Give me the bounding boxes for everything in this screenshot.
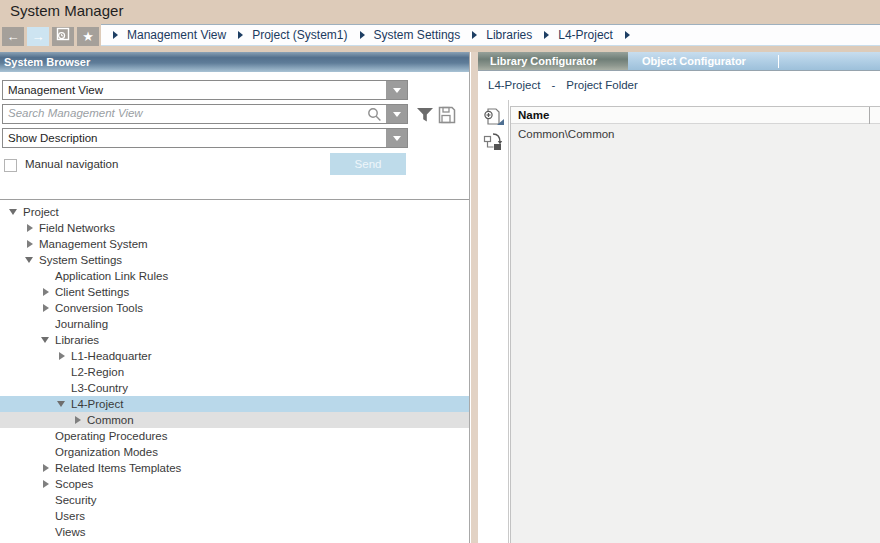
tree-indent-spacer [41, 428, 53, 444]
column-header-name[interactable]: Name [511, 107, 880, 124]
list-body: Common\Common [511, 124, 880, 140]
tree-item-operating-procedures[interactable]: Operating Procedures [0, 428, 469, 444]
column-divider[interactable] [869, 107, 870, 124]
tree-item-l2-region[interactable]: L2-Region [0, 364, 469, 380]
expand-icon[interactable] [41, 284, 53, 300]
breadcrumb-item-project-system1[interactable]: Project (System1) [252, 28, 347, 42]
selected-object-type: Project Folder [566, 79, 638, 91]
tree-item-security[interactable]: Security [0, 492, 469, 508]
tree-item-l3-country[interactable]: L3-Country [0, 380, 469, 396]
manual-navigation-label: Manual navigation [25, 158, 118, 170]
tree: ProjectField NetworksManagement SystemSy… [0, 204, 469, 540]
tree-item-libraries[interactable]: Libraries [0, 332, 469, 348]
expand-icon[interactable] [25, 220, 37, 236]
tree-item-label: Common [87, 414, 134, 426]
tree-item-label: Journaling [55, 318, 108, 330]
tree-indent-spacer [41, 316, 53, 332]
back-arrow-icon: ← [7, 29, 20, 44]
display-selector-dropdown[interactable]: Show Description [2, 128, 408, 148]
tree-item-label: Libraries [55, 334, 99, 346]
insert-library-button[interactable] [482, 107, 506, 129]
tree-item-related-items-templates[interactable]: Related Items Templates [0, 460, 469, 476]
forward-button[interactable]: → [27, 27, 49, 46]
list-item-common-common[interactable]: Common\Common [511, 124, 880, 140]
tree-item-l1-headquarter[interactable]: L1-Headquarter [0, 348, 469, 364]
tree-item-scopes[interactable]: Scopes [0, 476, 469, 492]
view-selector-arrow-button[interactable] [386, 81, 407, 99]
breadcrumb-item-l4-project[interactable]: L4-Project [558, 28, 613, 42]
tree-indent-spacer [57, 364, 69, 380]
breadcrumb-item-libraries[interactable]: Libraries [486, 28, 532, 42]
collapse-icon[interactable] [9, 204, 21, 220]
search-input[interactable]: Search Management View [2, 104, 408, 124]
tab-separator [778, 55, 779, 68]
new-library-icon [483, 107, 505, 127]
tree-item-label: Client Settings [55, 286, 129, 298]
selected-object-name: L4-Project [488, 79, 540, 91]
tree-item-label: L4-Project [71, 398, 123, 410]
favorites-button[interactable]: ★ [77, 27, 99, 46]
collapse-icon[interactable] [25, 252, 37, 268]
breadcrumb-arrow-icon [238, 31, 243, 39]
collapse-icon[interactable] [57, 396, 69, 412]
tree-item-label: Users [55, 510, 85, 522]
history-icon [56, 27, 70, 41]
tree-item-management-system[interactable]: Management System [0, 236, 469, 252]
title-bar: System Manager [0, 0, 880, 24]
tree-item-label: Project [23, 206, 59, 218]
tree-item-users[interactable]: Users [0, 508, 469, 524]
search-icon[interactable] [367, 107, 382, 122]
filter-button[interactable] [416, 107, 434, 126]
search-options-arrow-button[interactable] [386, 105, 407, 123]
tree-item-conversion-tools[interactable]: Conversion Tools [0, 300, 469, 316]
expand-icon[interactable] [41, 300, 53, 316]
tab-object-configurator[interactable]: Object Configurator [630, 52, 777, 70]
tree-item-label: L2-Region [71, 366, 124, 378]
history-button[interactable] [52, 27, 74, 46]
tree-item-system-settings[interactable]: System Settings [0, 252, 469, 268]
save-search-button[interactable] [438, 106, 456, 127]
expand-icon[interactable] [41, 476, 53, 492]
tree-item-views[interactable]: Views [0, 524, 469, 540]
panel-gap [471, 52, 478, 543]
tree-item-field-networks[interactable]: Field Networks [0, 220, 469, 236]
tree-item-application-link-rules[interactable]: Application Link Rules [0, 268, 469, 284]
tree-item-l4-project[interactable]: L4-Project [0, 396, 469, 412]
tree-item-label: L1-Headquarter [71, 350, 152, 362]
tree-item-label: Management System [39, 238, 148, 250]
save-icon [438, 106, 456, 124]
system-browser-panel: System Browser Management View Search Ma… [0, 52, 470, 543]
send-button[interactable]: Send [330, 153, 406, 175]
display-selector-value: Show Description [8, 132, 97, 144]
assign-structure-button[interactable] [482, 132, 506, 154]
tree-indent-spacer [41, 444, 53, 460]
tree-item-label: Security [55, 494, 97, 506]
star-icon: ★ [82, 29, 94, 44]
tree-item-organization-modes[interactable]: Organization Modes [0, 444, 469, 460]
tree-item-client-settings[interactable]: Client Settings [0, 284, 469, 300]
expand-icon[interactable] [25, 236, 37, 252]
collapse-icon[interactable] [41, 332, 53, 348]
tree-item-label: L3-Country [71, 382, 128, 394]
breadcrumb-item-management-view[interactable]: Management View [127, 28, 226, 42]
tree-item-label: Field Networks [39, 222, 115, 234]
tree-item-label: Views [55, 526, 85, 538]
manual-navigation-checkbox[interactable] [4, 159, 17, 172]
expand-icon[interactable] [57, 348, 69, 364]
breadcrumb-arrow-icon [625, 31, 630, 39]
expand-icon[interactable] [73, 412, 85, 428]
expand-icon[interactable] [41, 460, 53, 476]
breadcrumb-arrow-icon [360, 31, 365, 39]
tree-item-project[interactable]: Project [0, 204, 469, 220]
tab-library-configurator[interactable]: Library Configurator [478, 52, 628, 70]
tree-item-journaling[interactable]: Journaling [0, 316, 469, 332]
forward-arrow-icon: → [32, 29, 45, 44]
library-list: Name Common\Common [510, 106, 880, 543]
tree-item-common[interactable]: Common [0, 412, 469, 428]
tab-bar: Library Configurator Object Configurator [478, 52, 880, 71]
display-selector-arrow-button[interactable] [386, 129, 407, 147]
view-selector-dropdown[interactable]: Management View [2, 80, 408, 100]
back-button[interactable]: ← [2, 27, 24, 46]
tree-indent-spacer [41, 492, 53, 508]
breadcrumb-item-system-settings[interactable]: System Settings [374, 28, 461, 42]
